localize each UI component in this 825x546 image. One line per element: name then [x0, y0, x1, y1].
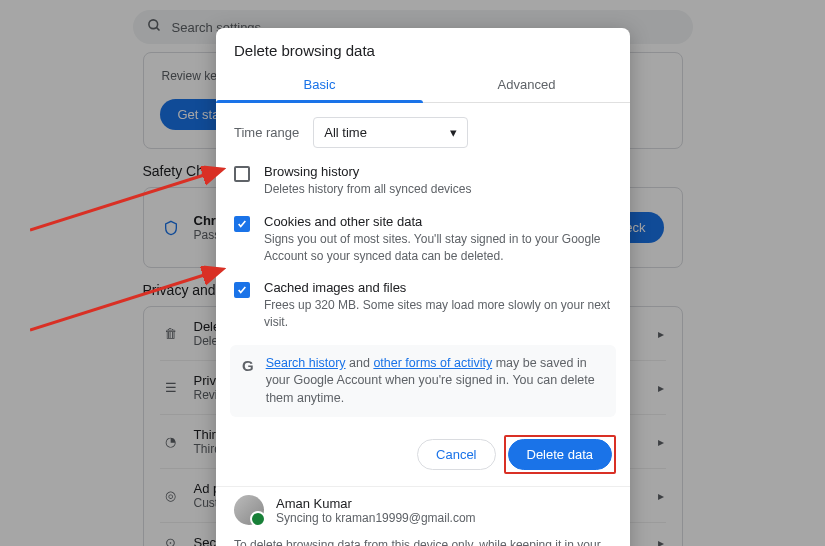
- option-label: Browsing history: [264, 164, 471, 179]
- delete-highlight: Delete data: [504, 435, 617, 474]
- search-history-link[interactable]: Search history: [266, 356, 346, 370]
- checkbox-browsing-history[interactable]: [234, 166, 250, 182]
- svg-line-2: [30, 170, 220, 230]
- option-label: Cookies and other site data: [264, 214, 612, 229]
- avatar: [234, 495, 264, 525]
- option-label: Cached images and files: [264, 280, 612, 295]
- profile-name: Aman Kumar: [276, 496, 476, 511]
- option-desc: Signs you out of most sites. You'll stay…: [264, 231, 612, 265]
- other-activity-link[interactable]: other forms of activity: [373, 356, 492, 370]
- delete-data-button[interactable]: Delete data: [508, 439, 613, 470]
- google-activity-info: G Search history and other forms of acti…: [230, 345, 616, 418]
- annotation-arrow: [30, 260, 230, 340]
- checkbox-cache[interactable]: [234, 282, 250, 298]
- checkbox-cookies[interactable]: [234, 216, 250, 232]
- option-desc: Deletes history from all synced devices: [264, 181, 471, 198]
- option-desc: Frees up 320 MB. Some sites may load mor…: [264, 297, 612, 331]
- cancel-button[interactable]: Cancel: [417, 439, 495, 470]
- tab-basic[interactable]: Basic: [216, 69, 423, 102]
- svg-line-3: [30, 270, 220, 330]
- delete-browsing-data-dialog: Delete browsing data Basic Advanced Time…: [216, 28, 630, 546]
- time-range-label: Time range: [234, 125, 299, 140]
- time-range-value: All time: [324, 125, 367, 140]
- footer-note: To delete browsing data from this device…: [216, 537, 630, 546]
- time-range-select[interactable]: All time ▾: [313, 117, 468, 148]
- google-g-icon: G: [242, 355, 254, 376]
- chevron-down-icon: ▾: [450, 125, 457, 140]
- profile-sync-status: Syncing to kraman19999@gmail.com: [276, 511, 476, 525]
- synced-profile: Aman Kumar Syncing to kraman19999@gmail.…: [216, 486, 630, 537]
- tab-advanced[interactable]: Advanced: [423, 69, 630, 102]
- dialog-title: Delete browsing data: [216, 28, 630, 69]
- annotation-arrow: [30, 160, 230, 240]
